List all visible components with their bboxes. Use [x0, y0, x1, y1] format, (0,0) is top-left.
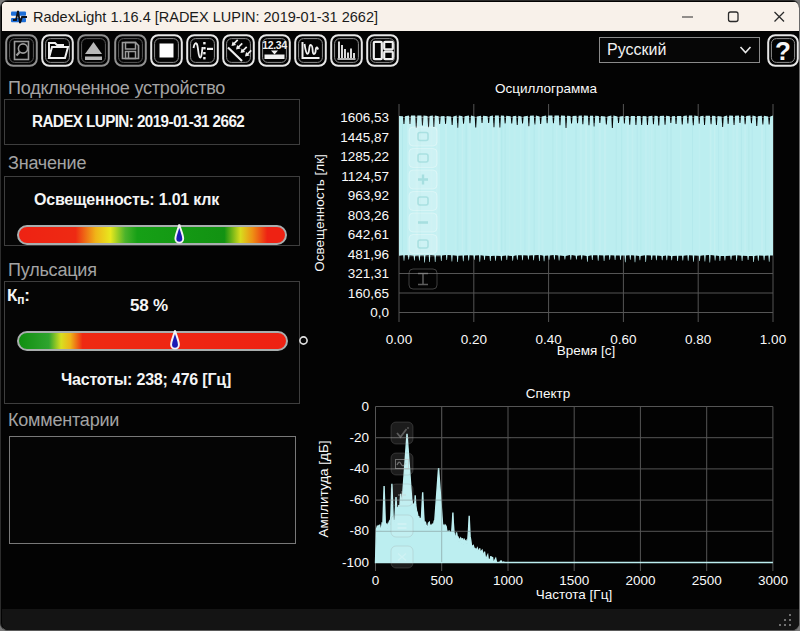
- svg-text:-60: -60: [349, 492, 369, 507]
- svg-text:?: ?: [775, 36, 791, 66]
- svg-text:Освещенность [лк]: Освещенность [лк]: [312, 154, 327, 272]
- svg-text:963,92: 963,92: [348, 188, 389, 203]
- svg-text:1.00: 1.00: [760, 332, 786, 347]
- svg-text:-80: -80: [349, 523, 369, 538]
- svg-text:321,31: 321,31: [348, 266, 389, 281]
- svg-text:Амплитуда [дБ]: Амплитуда [дБ]: [316, 440, 331, 537]
- svg-text:Время [с]: Время [с]: [557, 343, 616, 358]
- svg-text:-100: -100: [342, 555, 369, 570]
- svg-text:Спектр: Спектр: [526, 386, 570, 401]
- svg-text:1285,22: 1285,22: [340, 149, 389, 164]
- svg-text:Частота [Гц]: Частота [Гц]: [536, 587, 612, 602]
- svg-text:481,96: 481,96: [348, 247, 389, 262]
- svg-text:3000: 3000: [758, 573, 788, 588]
- svg-text:0.00: 0.00: [386, 332, 412, 347]
- svg-text:0.20: 0.20: [461, 332, 487, 347]
- svg-text:160,65: 160,65: [348, 286, 389, 301]
- svg-text:0: 0: [361, 399, 369, 414]
- svg-text:-20: -20: [349, 430, 369, 445]
- svg-text:1500: 1500: [559, 573, 589, 588]
- svg-text:2500: 2500: [692, 573, 722, 588]
- svg-text:2000: 2000: [625, 573, 655, 588]
- svg-text:642,61: 642,61: [348, 227, 389, 242]
- svg-text:1445,87: 1445,87: [340, 130, 389, 145]
- svg-text:1124,57: 1124,57: [341, 169, 389, 184]
- svg-text:500: 500: [430, 573, 453, 588]
- svg-text:0.80: 0.80: [685, 332, 711, 347]
- svg-text:1606,53: 1606,53: [340, 110, 389, 125]
- svg-text:1000: 1000: [493, 573, 523, 588]
- svg-text:0: 0: [372, 573, 380, 588]
- svg-text:803,26: 803,26: [348, 208, 389, 223]
- svg-text:-40: -40: [349, 461, 369, 476]
- svg-text:0,0: 0,0: [370, 305, 389, 320]
- svg-text:12.34: 12.34: [262, 39, 287, 51]
- svg-text:Осциллограмма: Осциллограмма: [495, 81, 597, 96]
